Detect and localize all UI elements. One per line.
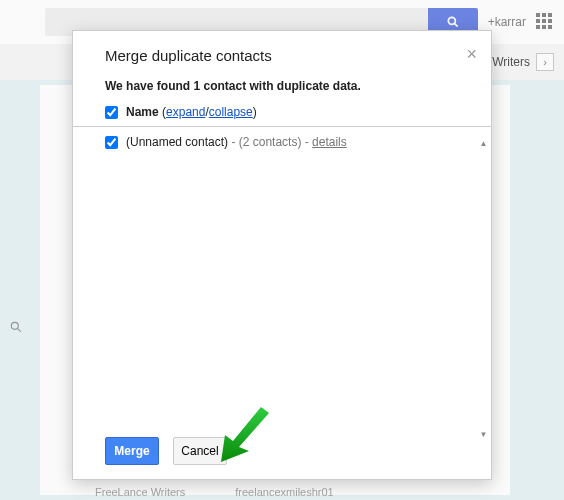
contact-row: (Unnamed contact) - (2 contacts) - detai… (73, 129, 491, 153)
scrollbar[interactable]: ▲ ▼ (480, 139, 487, 439)
cancel-button[interactable]: Cancel (173, 437, 227, 465)
collapse-link[interactable]: collapse (209, 105, 253, 119)
name-label: Name (126, 105, 159, 119)
details-link[interactable]: details (312, 135, 347, 149)
contact-checkbox[interactable] (105, 136, 118, 149)
merge-button[interactable]: Merge (105, 437, 159, 465)
contact-name: (Unnamed contact) (126, 135, 228, 149)
expand-link[interactable]: expand (166, 105, 205, 119)
dialog-subtitle: We have found 1 contact with duplicate d… (73, 75, 491, 99)
annotation-arrow-icon (221, 407, 271, 462)
close-paren: ) (253, 105, 257, 119)
dialog-header: Merge duplicate contacts × (73, 31, 491, 75)
merge-dialog: Merge duplicate contacts × We have found… (72, 30, 492, 480)
svg-marker-4 (221, 407, 269, 462)
dialog-footer: Merge Cancel (73, 427, 491, 479)
close-icon[interactable]: × (466, 45, 477, 63)
scroll-up-icon[interactable]: ▲ (480, 139, 488, 148)
select-all-checkbox[interactable] (105, 106, 118, 119)
dialog-title: Merge duplicate contacts (105, 47, 272, 64)
contact-count: - (2 contacts) - (231, 135, 308, 149)
name-header-row: Name (expand/collapse) (73, 99, 491, 127)
